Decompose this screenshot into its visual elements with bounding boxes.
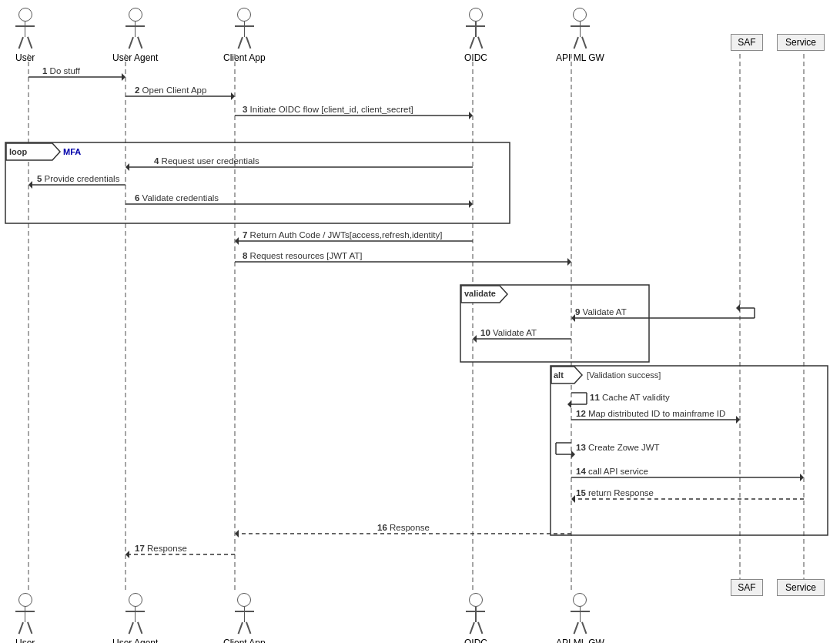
actor-user-top-label: User: [15, 52, 35, 63]
svg-marker-24: [28, 181, 32, 189]
svg-text:2 Open Client App: 2 Open Client App: [135, 85, 206, 95]
svg-marker-55: [567, 400, 571, 408]
svg-text:11 Cache AT validity: 11 Cache AT validity: [590, 393, 670, 402]
svg-marker-30: [235, 237, 239, 245]
svg-marker-21: [125, 163, 129, 171]
svg-text:10 Validate AT: 10 Validate AT: [480, 328, 537, 337]
svg-text:[Validation success]: [Validation success]: [587, 370, 661, 380]
svg-marker-69: [571, 495, 575, 503]
svg-rect-48: [551, 366, 828, 535]
svg-text:17 Response: 17 Response: [135, 544, 187, 553]
saf-component-bottom[interactable]: SAF: [731, 579, 763, 596]
svg-rect-35: [460, 285, 649, 362]
svg-text:6 Validate credentials: 6 Validate credentials: [135, 193, 219, 203]
svg-text:MFA: MFA: [63, 147, 81, 156]
svg-marker-14: [469, 112, 473, 119]
svg-text:validate: validate: [464, 289, 496, 298]
saf-label-top: SAF: [738, 37, 755, 48]
svg-text:loop: loop: [9, 147, 27, 156]
svg-text:1 Do stuff: 1 Do stuff: [42, 66, 81, 75]
svg-text:14 call API service: 14 call API service: [576, 467, 648, 476]
actor-apimlgw-bottom-label: API ML GW: [556, 638, 604, 643]
actor-oidc-bottom: OIDC: [464, 593, 487, 643]
svg-text:15 return Response: 15 return Response: [576, 488, 654, 497]
actor-oidc-top-label: OIDC: [464, 52, 487, 63]
service-component-top[interactable]: Service: [777, 34, 825, 51]
saf-component-top[interactable]: SAF: [731, 34, 763, 51]
sequence-diagram: SAF Service User User: [0, 0, 840, 643]
svg-marker-72: [235, 530, 239, 538]
svg-marker-27: [469, 200, 473, 208]
svg-marker-39: [571, 314, 575, 322]
svg-text:4 Request user credentials: 4 Request user credentials: [154, 156, 259, 166]
actor-useragent-bottom-label: User Agent: [112, 638, 158, 643]
actor-clientapp-bottom: Client App: [223, 593, 266, 643]
actor-apimlgw-bottom: API ML GW: [556, 593, 604, 643]
svg-marker-63: [571, 450, 575, 458]
svg-text:9 Validate AT: 9 Validate AT: [575, 307, 627, 316]
actor-useragent-bottom: User Agent: [112, 593, 158, 643]
actor-useragent-top-label: User Agent: [112, 52, 158, 63]
svg-text:13 Create Zowe JWT: 13 Create Zowe JWT: [576, 443, 660, 452]
saf-label-bottom: SAF: [738, 582, 755, 593]
svg-marker-8: [122, 73, 125, 81]
svg-marker-75: [125, 551, 129, 558]
svg-marker-58: [736, 416, 740, 424]
actor-useragent-top: User Agent: [112, 8, 158, 63]
service-label-top: Service: [785, 37, 816, 48]
actor-apimlgw-top-label: API ML GW: [556, 52, 604, 63]
svg-marker-43: [736, 304, 740, 312]
svg-text:16 Response: 16 Response: [377, 523, 430, 532]
service-component-bottom[interactable]: Service: [777, 579, 825, 596]
svg-marker-49: [551, 367, 582, 383]
svg-marker-11: [231, 92, 235, 100]
actor-user-bottom: User: [15, 593, 35, 643]
actor-apimlgw-top: API ML GW: [556, 8, 604, 63]
svg-text:5 Provide credentials: 5 Provide credentials: [37, 174, 120, 183]
actor-clientapp-top: Client App: [223, 8, 266, 63]
svg-rect-16: [5, 142, 510, 223]
svg-marker-17: [6, 143, 60, 160]
svg-text:7 Return Auth Code / JWTs[acce: 7 Return Auth Code / JWTs[access,refresh…: [243, 230, 443, 239]
svg-marker-33: [567, 258, 571, 266]
actor-oidc-top: OIDC: [464, 8, 487, 63]
actor-clientapp-top-label: Client App: [223, 52, 266, 63]
lifelines-svg: 1 Do stuff 2 Open Client App 3 Initiate …: [0, 0, 840, 643]
service-label-bottom: Service: [785, 582, 816, 593]
svg-text:3 Initiate OIDC flow [client_i: 3 Initiate OIDC flow [client_id, client_…: [243, 105, 413, 114]
svg-marker-46: [473, 335, 477, 343]
svg-text:8 Request resources [JWT AT]: 8 Request resources [JWT AT]: [243, 251, 363, 260]
svg-text:12 Map distributed ID to mainf: 12 Map distributed ID to mainframe ID: [576, 409, 725, 418]
svg-marker-66: [800, 474, 804, 481]
actor-oidc-bottom-label: OIDC: [464, 638, 487, 643]
actor-user-top: User: [15, 8, 35, 63]
svg-marker-36: [461, 286, 507, 303]
actor-clientapp-bottom-label: Client App: [223, 638, 266, 643]
actor-user-bottom-label: User: [15, 638, 35, 643]
svg-text:alt: alt: [554, 370, 564, 380]
